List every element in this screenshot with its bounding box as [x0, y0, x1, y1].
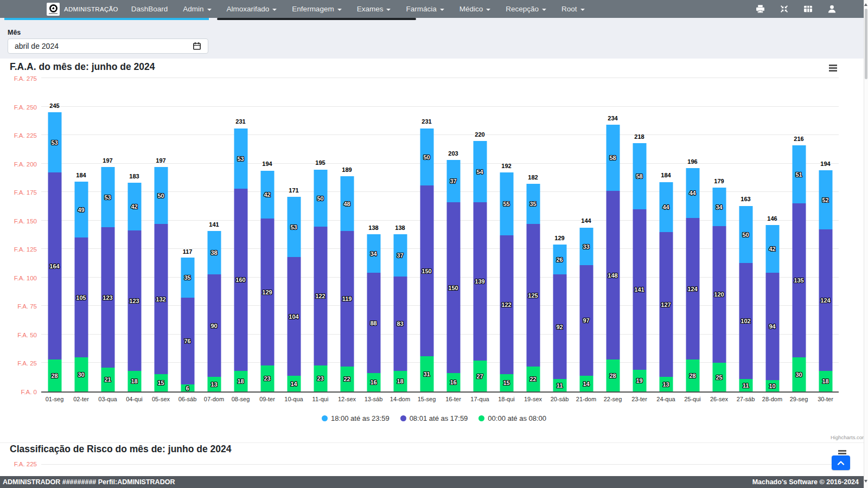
nav-item-recepcao[interactable]: Recepção: [498, 0, 554, 18]
scrollbar-thumb[interactable]: [865, 9, 867, 79]
bar-segment-value: 52: [822, 197, 828, 203]
calendar-icon[interactable]: [193, 42, 201, 50]
bar-segment-value: 18: [822, 378, 828, 384]
legend-item-18-00-ate-as-23-59[interactable]: 18:00 até as 23:59: [316, 414, 395, 422]
bar-segment: 105: [74, 237, 88, 357]
bar-segment-value: 50: [157, 192, 164, 199]
nav-item-enfermagem[interactable]: Enfermagem: [284, 0, 349, 18]
x-axis-tick-label: 18-qui: [493, 396, 520, 402]
stacked-bar[interactable]: 3115050: [420, 129, 433, 391]
bar-segment-value: 50: [742, 232, 749, 238]
stacked-bar[interactable]: 1812342: [127, 183, 141, 391]
stacked-bar[interactable]: 2512034: [712, 188, 726, 391]
stacked-bar[interactable]: 2211948: [340, 176, 354, 391]
stacked-bar[interactable]: 1110250: [739, 206, 752, 391]
stacked-bar[interactable]: 2112353: [101, 167, 114, 391]
y-axis-tick-label: F.A. 100: [14, 275, 37, 281]
print-icon[interactable]: [756, 4, 765, 14]
table-icon[interactable]: [803, 4, 813, 14]
stacked-bar[interactable]: 2816453: [48, 112, 61, 391]
x-axis-tick-label: 13-sáb: [360, 396, 387, 402]
nav-item-label: Enfermagem: [292, 5, 334, 13]
stacked-bar[interactable]: 2312942: [260, 171, 274, 391]
stacked-bar[interactable]: 2812444: [686, 168, 699, 391]
bar-segment: 164: [48, 172, 61, 359]
stacked-bar[interactable]: 109442: [765, 225, 779, 391]
bar-segment-value: 10: [769, 383, 775, 389]
chart-title: F.A.A. do mês de: junho de 2024: [10, 61, 155, 73]
stacked-bar[interactable]: 1914158: [633, 143, 646, 391]
stacked-bar[interactable]: 1513250: [154, 167, 168, 391]
scrollbar-down-arrow-icon[interactable]: [864, 480, 867, 483]
bar-segment-value: 54: [476, 169, 483, 175]
app-logo: [47, 3, 60, 16]
stacked-bar[interactable]: 1615037: [446, 160, 460, 391]
bar-segment: 102: [739, 263, 752, 379]
bar-segment: 124: [686, 218, 699, 359]
bar-total-value: 197: [94, 157, 121, 164]
bar-column: 1962812444: [679, 78, 706, 391]
bar-segment: 55: [500, 172, 513, 235]
nav-item-almoxarifado[interactable]: Almoxarifado: [219, 0, 285, 18]
top-navbar: ADMINISTRAÇÃO DashBoardAdminAlmoxarifado…: [0, 0, 868, 18]
legend-item-00-00-ate-as-08-00[interactable]: 00:00 até as 08:00: [473, 414, 552, 422]
stacked-bar[interactable]: 188337: [393, 234, 407, 391]
bar-segment-value: 119: [342, 296, 352, 302]
nav-item-root[interactable]: Root: [554, 0, 592, 18]
stacked-bar[interactable]: 139038: [207, 231, 221, 391]
month-picker-input[interactable]: [8, 38, 208, 54]
burger-line: [829, 70, 837, 72]
chart-menu-icon[interactable]: [828, 63, 838, 73]
bar-total-value: 184: [653, 172, 679, 178]
bar-segment-value: 35: [184, 274, 190, 281]
highcharts-credit[interactable]: Highcharts.com: [831, 434, 866, 440]
fullscreen-icon[interactable]: [780, 4, 789, 14]
bar-segment-value: 6: [186, 385, 189, 391]
stacked-bar[interactable]: 67635: [181, 258, 194, 391]
stacked-bar[interactable]: 149733: [579, 228, 593, 391]
vertical-scrollbar[interactable]: [864, 0, 868, 488]
chevron-down-icon: [542, 9, 546, 11]
stacked-bar[interactable]: 2312250: [314, 170, 327, 391]
scrollbar-up-arrow-icon[interactable]: [864, 3, 867, 6]
stacked-bar[interactable]: 119226: [553, 245, 566, 391]
stacked-bar[interactable]: 2212535: [526, 184, 540, 391]
bar-segment: 148: [606, 191, 620, 359]
bar-segment: 14: [579, 376, 593, 391]
x-axis-tick-label: 11-qui: [307, 396, 334, 402]
bar-total-value: 196: [679, 158, 706, 165]
stacked-bar[interactable]: 168834: [367, 234, 380, 391]
bar-segment-value: 21: [104, 376, 111, 383]
x-axis-tick-label: 22-seg: [599, 396, 626, 402]
stacked-bar[interactable]: 3010549: [74, 182, 88, 391]
bar-segment-value: 141: [634, 286, 644, 293]
bar-total-value: 183: [121, 173, 148, 179]
nav-item-exames[interactable]: Exames: [349, 0, 399, 18]
stacked-bar[interactable]: 3013551: [792, 145, 806, 391]
bar-total-value: 141: [201, 221, 227, 228]
stacked-bar[interactable]: 1312744: [659, 182, 673, 391]
nav-item-admin[interactable]: Admin: [175, 0, 219, 18]
bar-total-value: 195: [307, 159, 334, 166]
brand[interactable]: ADMINISTRAÇÃO: [47, 3, 118, 16]
nav-item-dashboard[interactable]: DashBoard: [124, 0, 176, 18]
stacked-bar[interactable]: 2713954: [473, 141, 487, 391]
bar-segment-value: 22: [529, 376, 536, 382]
bar-segment: 58: [633, 143, 646, 209]
bar-segment: 53: [48, 112, 61, 172]
user-icon[interactable]: [827, 4, 837, 14]
legend-item-08-01-ate-as-17-59[interactable]: 08:01 até as 17:59: [395, 414, 474, 422]
bar-total-value: 144: [573, 217, 599, 224]
stacked-bar[interactable]: 1410453: [287, 197, 301, 391]
stacked-bar[interactable]: 1816053: [234, 129, 247, 391]
bar-segment-value: 11: [557, 382, 563, 389]
stacked-bar[interactable]: 1512255: [500, 172, 513, 391]
scroll-to-top-button[interactable]: [832, 455, 850, 470]
nav-item-label: DashBoard: [131, 5, 168, 13]
chart2-title: Classificação de Risco do mês de: junho …: [10, 444, 231, 455]
logo-emblem-icon: [49, 4, 58, 12]
nav-item-farmacia[interactable]: Farmácia: [398, 0, 451, 18]
nav-item-medico[interactable]: Médico: [452, 0, 499, 18]
stacked-bar[interactable]: 2814858: [606, 125, 620, 391]
stacked-bar[interactable]: 1812452: [819, 170, 832, 391]
